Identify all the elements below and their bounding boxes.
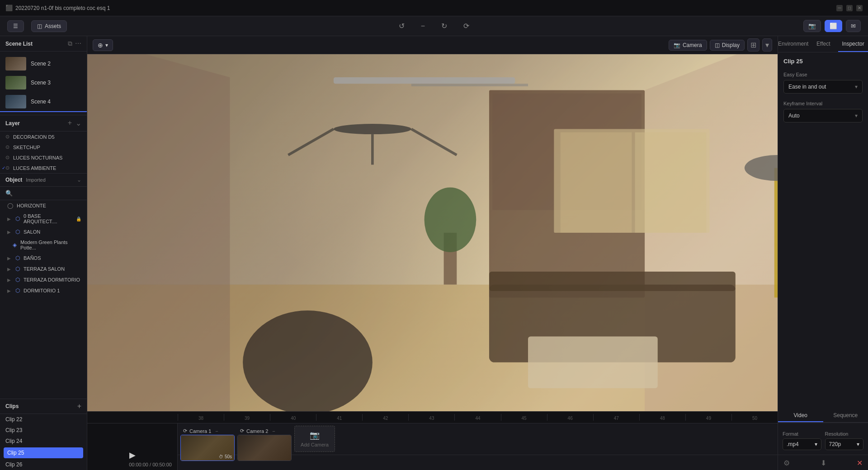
- menu-icon: ☰: [13, 23, 18, 29]
- viewport-button[interactable]: ⬜: [825, 20, 842, 32]
- scene-list-more-icon[interactable]: ⋯: [75, 40, 81, 47]
- search-input[interactable]: [16, 190, 84, 197]
- format-col: Format .mp4 ▾: [783, 431, 821, 450]
- layer-item[interactable]: ⊙ LUCES NOCTURNAS: [0, 152, 87, 163]
- assets-button[interactable]: ◫ Assets: [31, 20, 67, 32]
- object-item[interactable]: ◯ HORIZONTE: [0, 200, 87, 211]
- maximize-button[interactable]: □: [846, 5, 853, 11]
- clip-item[interactable]: Clip 22: [0, 414, 87, 425]
- format-row: Format .mp4 ▾ Resolution 720p ▾: [783, 431, 863, 450]
- camera-button[interactable]: 📷 Camera: [669, 40, 707, 51]
- layer-item-active[interactable]: ⊙ LUCES AMBIENTE: [0, 163, 87, 173]
- viewport-mode-button[interactable]: ⊞: [747, 38, 760, 52]
- tab-video[interactable]: Video: [778, 409, 823, 422]
- transform-icon: ⊕: [98, 42, 103, 49]
- inspector-content: Clip 25 Easy Ease Ease in and out ▾ Keyf…: [778, 52, 868, 408]
- layer-icon: ⊙: [5, 155, 9, 160]
- expand-arrow-icon: ▶: [7, 267, 11, 272]
- close-icon[interactable]: ✕: [857, 459, 863, 467]
- ruler-mark: 41: [316, 414, 362, 421]
- scene-list-expand-icon[interactable]: ⧉: [68, 40, 72, 47]
- camera1-duration: ⏱ 50s: [219, 454, 232, 459]
- clip-item[interactable]: Clip 26: [0, 459, 87, 470]
- sync-icon: ⟳: [183, 428, 187, 434]
- object-item[interactable]: ▶ ⬡ DORMITORIO 1: [0, 285, 87, 296]
- layer-icon: ⊙: [5, 144, 9, 150]
- object-item[interactable]: ▶ ⬡ SALON: [0, 226, 87, 237]
- layer-add-icon[interactable]: +: [68, 119, 72, 127]
- tab-inspector[interactable]: Inspector: [838, 36, 868, 52]
- layer-expand-icon[interactable]: ⌄: [75, 119, 81, 127]
- layer-title: Layer: [5, 120, 68, 127]
- scene-list-header: Scene List ⧉ ⋯: [0, 36, 87, 52]
- object-item[interactable]: ◈ Modern Green Plants Potte...: [0, 237, 87, 253]
- screenshot-button[interactable]: 📷: [803, 20, 821, 32]
- rotate-right-button[interactable]: ↻: [439, 20, 449, 32]
- right-panel: Environment Effect Inspector Clip 25 Eas…: [778, 36, 868, 470]
- play-button[interactable]: ▶: [90, 450, 175, 460]
- tab-effect[interactable]: Effect: [808, 36, 838, 52]
- layer-list: ⊙ DECORACION D5 ⊙ SKETCHUP ⊙ LUCES NOCTU…: [0, 132, 87, 173]
- tab-sequence[interactable]: Sequence: [823, 409, 868, 422]
- object-item[interactable]: ▶ ⬡ BAÑOS: [0, 253, 87, 263]
- svg-rect-12: [774, 168, 778, 298]
- download-icon[interactable]: ⬇: [821, 459, 826, 467]
- layer-icon: ⊙: [5, 165, 9, 171]
- camera1-clip[interactable]: ⏱ 50s: [180, 435, 235, 461]
- scene-item[interactable]: Scene 2: [0, 54, 87, 73]
- add-camera-button[interactable]: 📷 Add Camera: [294, 426, 335, 452]
- clip-item[interactable]: Clip 23: [0, 425, 87, 436]
- ruler-mark: 45: [501, 414, 547, 421]
- clip-item-active[interactable]: Clip 25: [4, 447, 83, 458]
- format-label: Format: [783, 431, 821, 437]
- svg-rect-2: [334, 77, 515, 84]
- transform-mode-button[interactable]: ⊕ ▾: [93, 39, 113, 51]
- object-title: Object: [5, 177, 22, 183]
- timeline-tracks: ⟳ Camera 1 − ⏱ 50s: [178, 423, 778, 470]
- camera2-clip[interactable]: [237, 435, 292, 461]
- settings-icon[interactable]: ⚙: [783, 459, 790, 467]
- add-camera-icon: 📷: [310, 430, 320, 440]
- layer-header: Layer + ⌄: [0, 115, 87, 132]
- chevron-down-icon: ▾: [815, 441, 817, 447]
- clock-icon: ⏱: [219, 454, 223, 459]
- layer-item[interactable]: ⊙ SKETCHUP: [0, 142, 87, 152]
- svg-rect-3: [411, 84, 528, 86]
- toolbar: ☰ ◫ Assets ↺ − ↻ ⟳ 📷 ⬜ ✉: [0, 16, 868, 36]
- group-icon: ⬡: [15, 287, 20, 294]
- minus2-icon[interactable]: −: [272, 428, 275, 434]
- resolution-dropdown[interactable]: 720p ▾: [825, 438, 864, 450]
- object-item[interactable]: ▶ ⬡ TERRAZA DORMITORIO: [0, 274, 87, 285]
- scene-item[interactable]: Scene 4: [0, 92, 87, 112]
- clip-item[interactable]: Clip 24: [0, 436, 87, 446]
- viewport-expand-button[interactable]: ▾: [762, 38, 772, 52]
- ease-dropdown[interactable]: Ease in and out ▾: [783, 80, 863, 94]
- format-dropdown[interactable]: .mp4 ▾: [783, 438, 821, 450]
- share-button[interactable]: ✉: [846, 20, 861, 32]
- render-section: Video Sequence Format .mp4 ▾: [778, 408, 868, 470]
- tab-environment[interactable]: Environment: [778, 36, 808, 52]
- minus-button[interactable]: −: [419, 20, 427, 32]
- keyframe-dropdown[interactable]: Auto ▾: [783, 109, 863, 122]
- minus-icon[interactable]: −: [215, 428, 218, 434]
- camera1-header: ⟳ Camera 1 −: [180, 426, 235, 435]
- close-button[interactable]: ✕: [856, 5, 863, 11]
- object-item[interactable]: ▶ ⬡ TERRAZA SALON: [0, 263, 87, 274]
- layer-item[interactable]: ⊙ DECORACION D5: [0, 132, 87, 142]
- display-button[interactable]: ◫ Display: [710, 40, 745, 51]
- refresh-button[interactable]: ⟳: [462, 20, 471, 32]
- minimize-button[interactable]: ─: [836, 5, 843, 11]
- menu-button[interactable]: ☰: [7, 20, 24, 32]
- resolution-col: Resolution 720p ▾: [825, 431, 864, 450]
- bottom-icons-bar: ⚙ ⬇ ✕: [778, 455, 868, 470]
- svg-rect-17: [561, 132, 632, 233]
- svg-point-15: [425, 188, 476, 252]
- main-layout: Scene List ⧉ ⋯ Scene 2 Scene 3 Scene 4: [0, 36, 868, 470]
- rotate-left-button[interactable]: ↺: [397, 20, 406, 32]
- object-expand-icon[interactable]: ⌄: [77, 177, 81, 183]
- object-item[interactable]: ▶ ⬡ 0 BASE ARQUITECT.... 🔒: [0, 211, 87, 226]
- scene-item[interactable]: Scene 3: [0, 73, 87, 92]
- clips-add-icon[interactable]: +: [77, 402, 81, 410]
- camera1-group: ⟳ Camera 1 − ⏱ 50s: [180, 426, 235, 461]
- camera2-header: ⟳ Camera 2 −: [237, 426, 292, 435]
